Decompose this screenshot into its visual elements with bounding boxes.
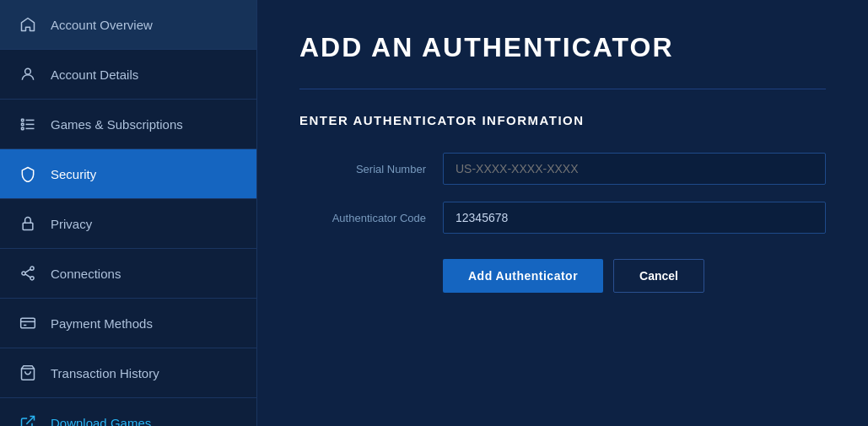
sidebar-label-account-details: Account Details <box>51 67 138 82</box>
serial-number-input[interactable] <box>443 153 826 185</box>
sidebar-item-payment-methods[interactable]: Payment Methods <box>0 299 256 348</box>
sidebar: Account Overview Account Details Games &… <box>0 0 257 426</box>
sidebar-item-account-details[interactable]: Account Details <box>0 50 256 100</box>
sidebar-label-transaction-history: Transaction History <box>51 366 159 380</box>
svg-point-8 <box>30 267 34 270</box>
svg-line-17 <box>26 417 34 424</box>
authenticator-form: Serial Number Authenticator Code Add Aut… <box>299 153 826 293</box>
svg-line-11 <box>25 269 30 272</box>
authenticator-code-input[interactable] <box>443 202 826 234</box>
svg-point-10 <box>30 277 34 280</box>
serial-number-label: Serial Number <box>299 163 426 175</box>
sidebar-item-games-subscriptions[interactable]: Games & Subscriptions <box>0 100 256 149</box>
button-row: Add Authenticator Cancel <box>443 259 826 293</box>
sidebar-label-games-subscriptions: Games & Subscriptions <box>51 117 183 132</box>
user-icon <box>19 65 37 84</box>
svg-rect-2 <box>22 123 24 126</box>
svg-rect-1 <box>22 119 24 121</box>
sidebar-label-download-games: Download Games <box>51 416 151 427</box>
svg-point-9 <box>22 272 25 275</box>
sidebar-label-account-overview: Account Overview <box>51 18 153 32</box>
share-icon <box>19 264 37 283</box>
sidebar-item-account-overview[interactable]: Account Overview <box>0 0 256 50</box>
list-icon <box>19 115 37 133</box>
sidebar-item-security[interactable]: Security <box>0 149 256 199</box>
external-icon <box>19 413 37 426</box>
lock-icon <box>19 214 37 233</box>
authenticator-code-label: Authenticator Code <box>299 212 426 224</box>
serial-number-row: Serial Number <box>299 153 826 185</box>
cancel-button[interactable]: Cancel <box>613 259 704 293</box>
sidebar-item-connections[interactable]: Connections <box>0 249 256 299</box>
page-title: ADD AN AUTHENTICATOR <box>299 32 826 63</box>
sidebar-item-transaction-history[interactable]: Transaction History <box>0 348 256 398</box>
svg-rect-7 <box>23 223 33 229</box>
section-divider <box>299 89 826 89</box>
card-icon <box>19 314 37 332</box>
authenticator-code-row: Authenticator Code <box>299 202 826 234</box>
svg-rect-3 <box>22 127 24 130</box>
section-title: ENTER AUTHENTICATOR INFORMATION <box>299 113 826 127</box>
svg-rect-13 <box>21 318 35 328</box>
sidebar-label-security: Security <box>51 167 96 181</box>
home-icon <box>19 15 37 34</box>
sidebar-item-privacy[interactable]: Privacy <box>0 199 256 249</box>
svg-line-12 <box>25 274 30 278</box>
sidebar-label-connections: Connections <box>51 267 121 281</box>
cart-icon <box>19 364 37 382</box>
sidebar-label-payment-methods: Payment Methods <box>51 316 153 331</box>
main-content: ADD AN AUTHENTICATOR ENTER AUTHENTICATOR… <box>257 0 868 426</box>
sidebar-item-download-games[interactable]: Download Games <box>0 398 256 426</box>
svg-point-0 <box>25 68 31 74</box>
sidebar-label-privacy: Privacy <box>51 217 92 231</box>
add-authenticator-button[interactable]: Add Authenticator <box>443 259 603 293</box>
shield-icon <box>19 164 37 183</box>
